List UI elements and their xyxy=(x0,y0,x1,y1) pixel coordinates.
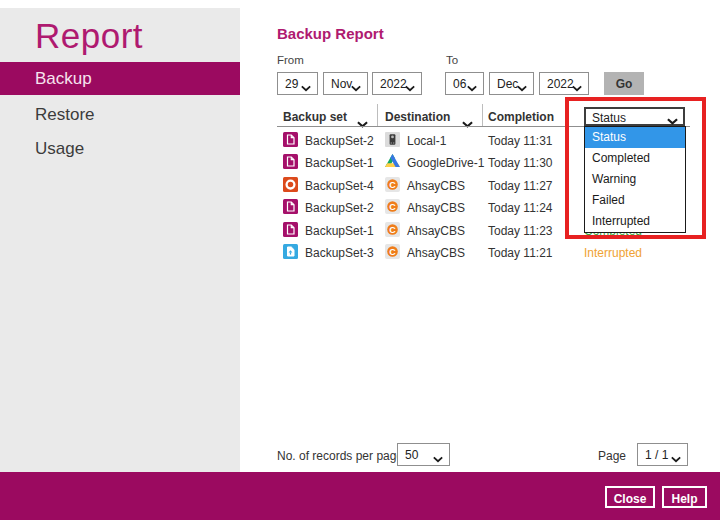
to-day-select[interactable]: 06 xyxy=(445,72,484,95)
chevron-down-icon xyxy=(351,81,361,95)
chevron-down-icon xyxy=(671,452,681,466)
cloud-file-icon xyxy=(283,244,298,259)
from-year-value: 2022 xyxy=(380,77,407,91)
status-option-interrupted[interactable]: Interrupted xyxy=(585,211,685,232)
from-month-select[interactable]: Nov xyxy=(323,72,368,95)
column-divider xyxy=(377,104,378,126)
ahsaycbs-icon: C xyxy=(385,244,400,259)
chevron-down-icon xyxy=(405,81,415,95)
column-header-completion: Completion xyxy=(488,110,554,124)
from-day-select[interactable]: 29 xyxy=(277,72,318,95)
page-select[interactable]: 1 / 1 xyxy=(637,443,688,466)
backup-report-window: Report Backup Restore Usage Backup Repor… xyxy=(0,0,720,520)
office365-icon xyxy=(283,177,298,192)
column-header-backup-set[interactable]: Backup set xyxy=(283,110,347,124)
to-month-select[interactable]: Dec xyxy=(489,72,534,95)
status-option-completed[interactable]: Completed xyxy=(585,148,685,169)
help-button[interactable]: Help xyxy=(662,486,707,508)
ahsaycbs-icon: C xyxy=(385,199,400,214)
go-button[interactable]: Go xyxy=(604,72,644,95)
status-option-status[interactable]: Status xyxy=(585,127,685,148)
to-year-select[interactable]: 2022 xyxy=(539,72,589,95)
backup-set-name: BackupSet-2 xyxy=(305,201,374,215)
destination-name: GoogleDrive-1 xyxy=(407,156,484,170)
backup-set-name: BackupSet-3 xyxy=(305,246,374,260)
destination-name: AhsayCBS xyxy=(407,179,465,193)
file-document-icon xyxy=(283,154,298,169)
status-option-failed[interactable]: Failed xyxy=(585,190,685,211)
sidebar-item-restore[interactable]: Restore xyxy=(0,100,240,130)
chevron-down-icon xyxy=(572,81,582,95)
backup-set-name: BackupSet-1 xyxy=(305,224,374,238)
chevron-down-icon xyxy=(433,452,443,466)
status-filter-select[interactable]: Status xyxy=(584,107,685,126)
svg-text:C: C xyxy=(389,179,396,189)
google-drive-icon xyxy=(385,154,400,169)
column-header-destination[interactable]: Destination xyxy=(385,110,450,124)
destination-name: AhsayCBS xyxy=(407,224,465,238)
backup-set-name: BackupSet-4 xyxy=(305,179,374,193)
close-button[interactable]: Close xyxy=(605,486,655,508)
completion-time: Today 11:21 xyxy=(488,246,553,260)
destination-name: AhsayCBS xyxy=(407,201,465,215)
local-drive-icon xyxy=(385,132,400,147)
completion-time: Today 11:23 xyxy=(488,224,553,238)
file-document-icon xyxy=(283,132,298,147)
svg-text:C: C xyxy=(389,202,396,212)
chevron-down-icon xyxy=(301,81,311,95)
chevron-down-icon xyxy=(467,81,477,95)
file-document-icon xyxy=(283,222,298,237)
completion-time: Today 11:31 xyxy=(488,134,553,148)
svg-text:C: C xyxy=(389,224,396,234)
from-month-value: Nov xyxy=(331,77,352,91)
table-row[interactable]: BackupSet-3CAhsayCBSToday 11:21Interrupt… xyxy=(0,241,720,263)
to-label: To xyxy=(446,54,458,66)
status-option-warning[interactable]: Warning xyxy=(585,169,685,190)
destination-name: Local-1 xyxy=(407,134,446,148)
status-dropdown-list: StatusCompletedWarningFailedInterrupted xyxy=(584,126,686,233)
destination-name: AhsayCBS xyxy=(407,246,465,260)
from-year-select[interactable]: 2022 xyxy=(372,72,422,95)
status-text: Interrupted xyxy=(584,246,642,260)
records-per-page-select[interactable]: 50 xyxy=(397,443,450,466)
page-label: Page xyxy=(598,449,626,463)
from-label: From xyxy=(277,54,304,66)
backup-set-name: BackupSet-2 xyxy=(305,134,374,148)
sidebar-title: Report xyxy=(35,16,143,56)
records-per-page-label: No. of records per page xyxy=(277,449,403,463)
ahsaycbs-icon: C xyxy=(385,222,400,237)
status-filter-value: Status xyxy=(592,111,626,125)
completion-time: Today 11:24 xyxy=(488,201,553,215)
records-per-page-value: 50 xyxy=(405,448,418,462)
from-day-value: 29 xyxy=(285,77,298,91)
page-title: Backup Report xyxy=(277,25,384,42)
to-month-value: Dec xyxy=(497,77,518,91)
column-divider xyxy=(482,104,483,126)
to-day-value: 06 xyxy=(453,77,466,91)
chevron-down-icon xyxy=(517,81,527,95)
completion-time: Today 11:30 xyxy=(488,156,553,170)
to-year-value: 2022 xyxy=(547,77,574,91)
backup-set-name: BackupSet-1 xyxy=(305,156,374,170)
page-value: 1 / 1 xyxy=(645,448,668,462)
ahsaycbs-icon: C xyxy=(385,177,400,192)
completion-time: Today 11:27 xyxy=(488,179,553,193)
svg-text:C: C xyxy=(389,247,396,257)
file-document-icon xyxy=(283,199,298,214)
sidebar-item-backup[interactable]: Backup xyxy=(0,62,240,95)
